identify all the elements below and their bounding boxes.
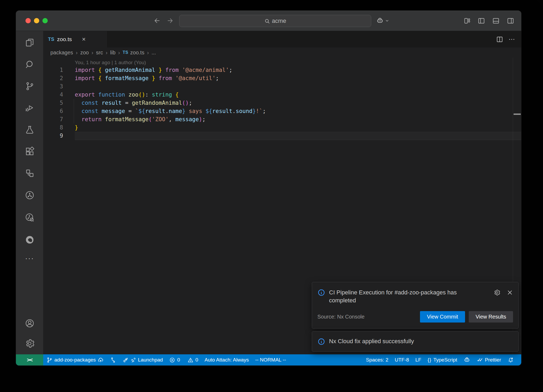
- explorer-icon[interactable]: [25, 38, 34, 47]
- line-number: 3: [43, 82, 75, 91]
- close-window-button[interactable]: [25, 18, 31, 23]
- settings-gear-icon[interactable]: [25, 338, 35, 349]
- chevron-down-icon[interactable]: [385, 19, 389, 23]
- code-text[interactable]: [75, 132, 521, 140]
- code-line-5[interactable]: 5 const result = getRandomAnimal();: [43, 99, 521, 107]
- command-center-search[interactable]: acme: [179, 15, 371, 27]
- breadcrumb-symbol-trailing[interactable]: ...: [144, 49, 156, 56]
- line-number: 4: [43, 91, 75, 99]
- eol-item[interactable]: LF: [412, 354, 424, 365]
- breadcrumb-item[interactable]: lib: [103, 49, 116, 56]
- vim-mode-indicator[interactable]: -- NORMAL --: [252, 354, 289, 365]
- breadcrumb-item[interactable]: src: [89, 49, 103, 56]
- source-control-icon[interactable]: [25, 81, 34, 91]
- extensions-icon[interactable]: [25, 147, 34, 156]
- code-text[interactable]: }: [75, 124, 521, 132]
- code-lines: 1import { getRandomAnimal } from '@acme/…: [43, 66, 521, 140]
- code-line-3[interactable]: 3: [43, 82, 521, 91]
- remote-indicator[interactable]: ><: [16, 354, 43, 365]
- additional-views-icon[interactable]: ···: [25, 257, 34, 260]
- gitlens-launchpad-item[interactable]: Launchpad: [119, 354, 166, 365]
- toggle-primary-sidebar-icon[interactable]: [478, 17, 485, 25]
- breadcrumb-item[interactable]: packages: [50, 50, 73, 56]
- status-bar: >< add-zoo-packages Launchpad 0 0: [16, 354, 521, 365]
- line-number: 9: [43, 132, 75, 140]
- encoding-item[interactable]: UTF-8: [392, 354, 412, 365]
- typescript-file-icon: TS: [48, 37, 54, 42]
- zoom-window-button[interactable]: [42, 18, 48, 23]
- minimize-window-button[interactable]: [34, 18, 39, 23]
- customize-layout-icon[interactable]: [463, 17, 471, 24]
- breadcrumb-item-file[interactable]: TS zoo.ts: [116, 49, 144, 56]
- forward-icon[interactable]: [167, 17, 173, 24]
- remote-explorer-icon[interactable]: [25, 168, 34, 178]
- code-line-7[interactable]: 7 return formatMessage('ZOO', message);: [43, 115, 521, 124]
- accounts-icon[interactable]: [25, 318, 35, 328]
- copilot-icon: [463, 356, 470, 363]
- formatter-item[interactable]: ✓✓ Prettier: [474, 354, 504, 365]
- notifications-bell-item[interactable]: [504, 354, 517, 365]
- view-results-button[interactable]: View Results: [469, 311, 513, 323]
- tab-bar: TS zoo.ts × ⋯: [43, 31, 521, 47]
- code-line-6[interactable]: 6 const message = `${result.name} says $…: [43, 107, 521, 115]
- warning-count: 0: [195, 357, 198, 363]
- vscode-window: acme ···: [16, 11, 521, 365]
- code-line-1[interactable]: 1import { getRandomAnimal } from '@acme/…: [43, 66, 521, 74]
- line-number: 1: [43, 66, 75, 74]
- back-icon[interactable]: [154, 17, 161, 24]
- notification-source: Source: Nx Console: [317, 314, 365, 320]
- branch-icon: [46, 357, 52, 363]
- auto-attach-item[interactable]: Auto Attach: Always: [202, 354, 252, 365]
- info-icon: [317, 289, 325, 297]
- activity-bar: ···: [16, 31, 43, 354]
- breadcrumb-item[interactable]: zoo: [73, 49, 89, 56]
- code-line-2[interactable]: 2import { formatMessage } from '@acme/ut…: [43, 74, 521, 82]
- tab-label: zoo.ts: [57, 36, 72, 42]
- git-branch-item[interactable]: add-zoo-packages: [43, 354, 107, 365]
- code-text[interactable]: const message = `${result.name} says ${r…: [75, 107, 521, 115]
- line-number: 6: [43, 107, 75, 115]
- search-value: acme: [272, 18, 286, 24]
- code-line-4[interactable]: 4export function zoo(): string {: [43, 91, 521, 99]
- toggle-panel-icon[interactable]: [492, 17, 500, 25]
- code-line-8[interactable]: 8}: [43, 124, 521, 132]
- problems-item[interactable]: 0 0: [166, 354, 201, 365]
- line-number: 7: [43, 115, 75, 124]
- search-view-icon[interactable]: [25, 60, 34, 69]
- breadcrumb: packages zoo src lib TS zoo.ts ...: [43, 47, 521, 58]
- editor-actions-more-icon[interactable]: ⋯: [509, 36, 515, 43]
- indentation-item[interactable]: Spaces: 2: [363, 354, 392, 365]
- testing-icon[interactable]: [25, 125, 34, 134]
- notification-settings-gear-icon[interactable]: [493, 289, 500, 296]
- copilot-status-item[interactable]: [460, 354, 474, 365]
- edge-browser-icon[interactable]: [25, 235, 35, 245]
- code-text[interactable]: [75, 82, 521, 91]
- commit-graph-item[interactable]: [107, 354, 119, 365]
- tab-close-icon[interactable]: ×: [82, 36, 86, 42]
- notification-ci-pipeline: CI Pipeline Execution for #add-zoo-packa…: [312, 282, 519, 329]
- code-line-9[interactable]: 9: [43, 132, 521, 140]
- indent-guide: [74, 99, 74, 124]
- code-text[interactable]: export function zoo(): string {: [75, 91, 521, 99]
- git-blame-annotation: You, 1 hour ago | 1 author (You): [43, 59, 521, 66]
- search-icon: [264, 18, 270, 24]
- typescript-file-icon: TS: [123, 50, 128, 55]
- code-text[interactable]: return formatMessage('ZOO', message);: [75, 115, 521, 124]
- toggle-secondary-sidebar-icon[interactable]: [507, 17, 514, 25]
- tab-zoo-ts[interactable]: TS zoo.ts ×: [43, 31, 108, 47]
- language-mode-item[interactable]: {} TypeScript: [424, 354, 460, 365]
- nx-cloud-icon[interactable]: [25, 212, 35, 223]
- view-commit-button[interactable]: View Commit: [420, 311, 465, 323]
- title-bar: acme: [16, 11, 521, 31]
- copilot-icon[interactable]: [376, 17, 384, 25]
- window-controls: [25, 11, 48, 31]
- split-editor-icon[interactable]: [496, 36, 503, 43]
- code-text[interactable]: import { formatMessage } from '@acme/uti…: [75, 74, 521, 82]
- run-debug-icon[interactable]: [25, 103, 34, 113]
- nx-console-icon[interactable]: [25, 190, 35, 200]
- code-text[interactable]: const result = getRandomAnimal();: [75, 99, 521, 107]
- line-number: 5: [43, 99, 75, 107]
- notification-close-icon[interactable]: [507, 289, 513, 296]
- notification-toasts: CI Pipeline Execution for #add-zoo-packa…: [312, 282, 519, 352]
- code-text[interactable]: import { getRandomAnimal } from '@acme/a…: [75, 66, 521, 74]
